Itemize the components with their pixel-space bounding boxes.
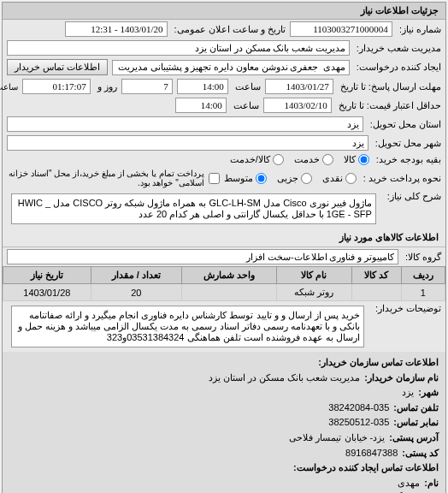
post-addr-label: آدرس پستی: xyxy=(389,431,439,446)
validity-label: حداقل اعتبار قیمت: تا تاریخ xyxy=(336,100,441,111)
desc-text: ماژول فیبر نوری Cisco مدل GLC-LH-SM به ه… xyxy=(11,193,376,224)
panel-title: جزئیات اطلاعات نیاز xyxy=(3,3,445,20)
budget-radio-partial[interactable]: کالا/خدمت xyxy=(230,154,284,165)
deadline-date-field[interactable] xyxy=(265,79,333,94)
buyer-mgmt-label: مدیریت شعب خریدار: xyxy=(354,43,441,54)
delivery-province-field[interactable] xyxy=(7,116,363,132)
phone-value: 38242084-035 xyxy=(328,401,389,416)
req-number-label: شماره نیاز: xyxy=(397,24,441,35)
goods-group-field[interactable] xyxy=(7,249,398,264)
deadline-time-label: ساعت xyxy=(233,81,261,92)
remaining-time-field xyxy=(22,79,91,94)
th-qty: تعداد / مقدار xyxy=(91,267,181,284)
remaining-days-field xyxy=(121,79,173,94)
contact-title: اطلاعات تماس سازمان خریدار: xyxy=(318,355,439,371)
fax-label: نمابر تماس: xyxy=(393,415,439,431)
budget-row-label: بقیه بودجه خرید: xyxy=(374,154,441,165)
req-contact-title: اطلاعات تماس ایجاد کننده درخواست: xyxy=(293,460,439,476)
org-label: نام سازمان خریدار: xyxy=(364,371,439,386)
pay-method-label: نحوه پرداخت خرید : xyxy=(361,173,441,184)
phone-label: تلفن تماس: xyxy=(393,401,439,416)
th-name: نام کالا xyxy=(276,267,351,284)
pay-note-text: پرداخت تمام یا بخشی از مبلغ خرید،از محل … xyxy=(7,169,204,187)
table-row[interactable]: 1 روتر شبکه 20 1403/01/28 xyxy=(3,284,445,301)
th-date: تاریخ نیاز xyxy=(3,267,91,284)
validity-time-field[interactable] xyxy=(175,98,227,113)
table-header-row: ردیف کد کالا نام کالا واحد شمارش تعداد /… xyxy=(3,267,445,284)
post-code-value: 8916847388 xyxy=(345,446,398,461)
deadline-label: مهلت ارسال پاسخ: تا تاریخ xyxy=(338,81,441,92)
budget-radio-cash[interactable]: کالا xyxy=(344,154,369,165)
post-addr-value: یزد- خیابان تیمسار فلاحی xyxy=(289,431,385,446)
delivery-city-label: شهر محل تحویل: xyxy=(373,138,441,149)
contact-section: اطلاعات تماس سازمان خریدار: نام سازمان خ… xyxy=(3,352,445,493)
goods-group-label: گروه کالا: xyxy=(403,252,441,263)
goods-section-title: اطلاعات کالاهای مورد نیاز xyxy=(3,229,445,247)
buyer-contact-button[interactable]: اطلاعات تماس خریدار xyxy=(7,59,108,75)
req-number-field[interactable] xyxy=(290,21,392,37)
org-value: مدیریت شعب بانک مسکن در استان یزد xyxy=(209,371,360,386)
delivery-province-label: استان محل تحویل: xyxy=(368,119,441,130)
announce-label: تاریخ و ساعت اعلان عمومی: xyxy=(172,24,286,35)
budget-radio-credit[interactable]: خدمت xyxy=(294,154,333,165)
pay-note-checkbox[interactable] xyxy=(209,173,220,184)
th-unit: واحد شمارش xyxy=(181,267,276,284)
city-label: شهر: xyxy=(418,385,439,401)
requester-field[interactable] xyxy=(112,60,350,75)
budget-radio-group: کالا خدمت کالا/خدمت xyxy=(230,154,369,165)
name-value: مهدی xyxy=(398,476,420,491)
th-row: ردیف xyxy=(401,267,445,284)
notes-label: توضیحات خریدار: xyxy=(373,303,441,314)
fax-value: 38250512-035 xyxy=(328,415,389,431)
pay-radio-group: نقدی جزیی متوسط xyxy=(224,173,357,184)
pay-radio-credit[interactable]: جزیی xyxy=(277,173,312,184)
requester-label: ایجاد کننده درخواست: xyxy=(354,62,441,73)
name-label: نام: xyxy=(424,476,439,491)
post-code-label: کد پستی: xyxy=(402,446,439,461)
delivery-city-field[interactable] xyxy=(7,135,368,151)
remaining-time-label: ساعت باقی مانده xyxy=(0,82,18,92)
notes-text: خرید پس از ارسال و و تایید توسط کارشناس … xyxy=(11,306,364,347)
city-value: یزد xyxy=(402,385,414,401)
pay-radio-partial[interactable]: متوسط xyxy=(224,173,267,184)
desc-label: شرح کلی نیاز: xyxy=(385,191,441,202)
main-panel: جزئیات اطلاعات نیاز شماره نیاز: تاریخ و … xyxy=(2,2,446,493)
pay-radio-cash[interactable]: نقدی xyxy=(322,173,357,184)
th-code: کد کالا xyxy=(351,267,401,284)
remaining-days-label: روز و xyxy=(95,81,117,92)
deadline-time-field[interactable] xyxy=(177,79,228,94)
validity-time-label: ساعت xyxy=(231,100,259,111)
announce-field[interactable] xyxy=(65,21,168,37)
buyer-mgmt-field[interactable] xyxy=(7,40,350,56)
validity-date-field[interactable] xyxy=(263,98,332,113)
goods-table: ردیف کد کالا نام کالا واحد شمارش تعداد /… xyxy=(3,266,445,301)
